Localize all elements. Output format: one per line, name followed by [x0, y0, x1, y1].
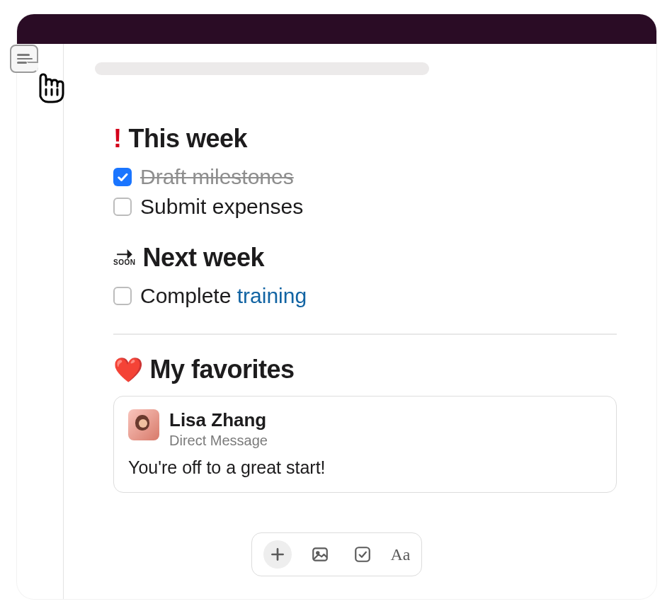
floating-toolbar: Aa: [251, 532, 423, 576]
message-card[interactable]: Lisa Zhang Direct Message You're off to …: [113, 396, 617, 493]
checkbox-unchecked[interactable]: [113, 287, 132, 305]
message-author[interactable]: Lisa Zhang: [169, 409, 268, 431]
message-body: You're off to a great start!: [128, 457, 602, 478]
image-icon[interactable]: [306, 540, 334, 569]
pointer-cursor-icon: [28, 65, 71, 110]
todo-text: Complete: [140, 284, 237, 307]
heading-favorites-text: My favorites: [150, 355, 295, 384]
heading-this-week: ! This week: [113, 124, 617, 154]
add-button[interactable]: [263, 540, 292, 569]
todo-label: Complete training: [140, 284, 307, 308]
heading-favorites: ❤️ My favorites: [113, 355, 617, 384]
canvas-content[interactable]: ! This week Draft milestones Submit expe…: [113, 124, 617, 493]
titlebar: [17, 14, 656, 44]
heart-icon: ❤️: [113, 355, 143, 384]
avatar[interactable]: [128, 409, 159, 440]
soon-icon: ➝ SOON: [113, 249, 135, 266]
app-window: ! This week Draft milestones Submit expe…: [17, 14, 656, 599]
todo-item[interactable]: Draft milestones: [113, 165, 617, 189]
todo-item[interactable]: Complete training: [113, 284, 617, 308]
todo-label: Draft milestones: [140, 165, 294, 189]
checkbox-unchecked[interactable]: [113, 198, 132, 216]
divider: [113, 333, 617, 335]
heading-next-week: ➝ SOON Next week: [113, 243, 617, 273]
exclamation-icon: !: [113, 126, 122, 152]
training-link[interactable]: training: [237, 284, 307, 307]
todo-label: Submit expenses: [140, 195, 303, 219]
todo-item[interactable]: Submit expenses: [113, 195, 617, 219]
heading-this-week-text: This week: [129, 124, 248, 154]
title-placeholder[interactable]: [95, 62, 429, 75]
sidebar-divider: [63, 44, 64, 599]
heading-next-week-text: Next week: [142, 243, 264, 273]
text-format-button[interactable]: Aa: [391, 545, 411, 564]
checklist-icon[interactable]: [348, 540, 377, 569]
checkbox-checked[interactable]: [113, 168, 132, 186]
message-subtitle: Direct Message: [169, 433, 268, 449]
svg-rect-4: [355, 547, 370, 561]
